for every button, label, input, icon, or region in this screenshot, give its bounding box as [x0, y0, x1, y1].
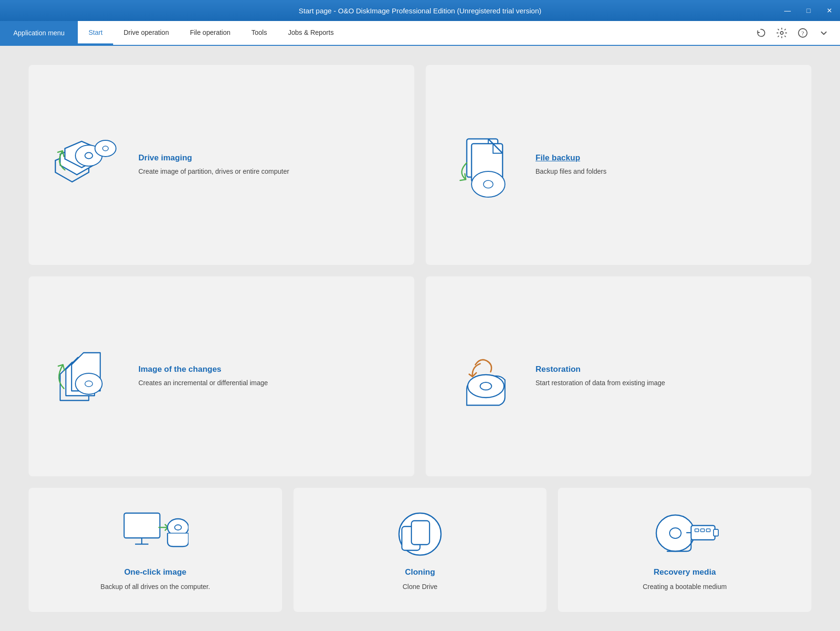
recovery-media-desc: Creating a bootable medium: [643, 583, 727, 590]
svg-point-5: [95, 140, 116, 157]
cloning-card[interactable]: Cloning Clone Drive: [294, 488, 547, 612]
help-icon[interactable]: ?: [794, 24, 811, 42]
cloning-title: Cloning: [405, 568, 435, 577]
one-click-card[interactable]: One-click image Backup of all drives on …: [29, 488, 282, 612]
image-changes-text: Image of the changes Creates an incremen…: [138, 365, 268, 388]
recovery-media-card[interactable]: Recovery media Creating a bootable mediu…: [558, 488, 811, 612]
restoration-text: Restoration Start restoration of data fr…: [536, 365, 665, 388]
svg-point-0: [780, 32, 783, 34]
row-1: Drive imaging Create image of partition,…: [29, 65, 811, 265]
one-click-icon: [122, 509, 189, 562]
svg-point-9: [472, 171, 505, 197]
image-changes-title: Image of the changes: [138, 365, 268, 374]
drive-imaging-text: Drive imaging Create image of partition,…: [138, 153, 289, 177]
row-3: One-click image Backup of all drives on …: [29, 488, 811, 612]
menu-jobs-reports[interactable]: Jobs & Reports: [277, 21, 344, 45]
image-changes-desc: Creates an incremental or differential i…: [138, 378, 268, 388]
file-backup-desc: Backup files and folders: [536, 167, 607, 177]
refresh-icon[interactable]: [752, 24, 769, 42]
svg-rect-27: [691, 526, 715, 540]
maximize-button[interactable]: □: [798, 0, 819, 21]
svg-rect-15: [124, 513, 160, 538]
settings-icon[interactable]: [773, 24, 790, 42]
svg-point-11: [75, 373, 102, 394]
file-backup-icon: [443, 125, 524, 206]
menu-file-operation[interactable]: File operation: [179, 21, 241, 45]
menu-tools[interactable]: Tools: [241, 21, 278, 45]
restoration-desc: Start restoration of data from existing …: [536, 378, 665, 388]
window-controls: — □ ✕: [777, 0, 840, 21]
file-backup-title: File backup: [536, 153, 607, 163]
minimize-button[interactable]: —: [777, 0, 798, 21]
menu-start[interactable]: Start: [78, 21, 113, 45]
restoration-title: Restoration: [536, 365, 665, 374]
svg-point-13: [468, 375, 504, 398]
menu-drive-operation[interactable]: Drive operation: [113, 21, 179, 45]
drive-imaging-icon: [46, 125, 127, 206]
restoration-card[interactable]: Restoration Start restoration of data fr…: [426, 276, 811, 476]
drive-imaging-title: Drive imaging: [138, 153, 289, 163]
drive-imaging-card[interactable]: Drive imaging Create image of partition,…: [29, 65, 414, 265]
restoration-icon: [443, 336, 524, 417]
svg-rect-28: [714, 529, 718, 536]
image-changes-icon: [46, 336, 127, 417]
close-button[interactable]: ✕: [819, 0, 840, 21]
cloning-icon: [391, 509, 449, 562]
svg-text:?: ?: [801, 30, 804, 37]
menu-right-icons: ?: [752, 21, 840, 45]
application-menu-button[interactable]: Application menu: [0, 21, 78, 45]
file-backup-text: File backup Backup files and folders: [536, 153, 607, 177]
recovery-media-icon: [649, 509, 721, 562]
dropdown-icon[interactable]: [815, 24, 832, 42]
title-bar: Start page - O&O DiskImage Professional …: [0, 0, 840, 21]
image-changes-card[interactable]: Image of the changes Creates an incremen…: [29, 276, 414, 476]
cloning-desc: Clone Drive: [402, 583, 437, 590]
recovery-media-title: Recovery media: [653, 568, 715, 577]
window-title: Start page - O&O DiskImage Professional …: [299, 7, 542, 15]
svg-rect-24: [411, 521, 430, 545]
one-click-desc: Backup of all drives on the computer.: [101, 583, 210, 590]
main-content: Drive imaging Create image of partition,…: [0, 46, 840, 631]
menu-bar: Application menu Start Drive operation F…: [0, 21, 840, 46]
row-2: Image of the changes Creates an incremen…: [29, 276, 811, 476]
file-backup-card[interactable]: File backup Backup files and folders: [426, 65, 811, 265]
one-click-title: One-click image: [124, 568, 186, 577]
drive-imaging-desc: Create image of partition, drives or ent…: [138, 167, 289, 177]
